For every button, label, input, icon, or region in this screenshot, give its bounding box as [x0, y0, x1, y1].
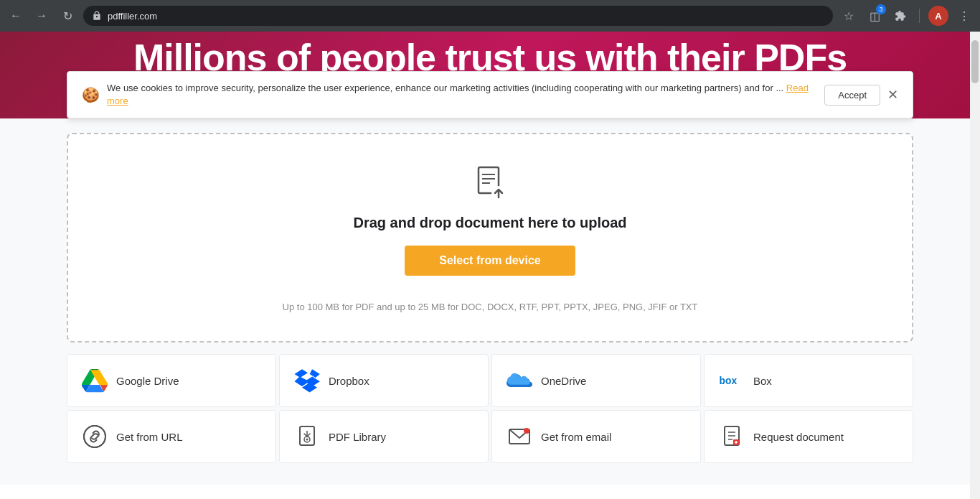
integration-request-document[interactable]: Request document — [704, 410, 913, 463]
badge-count: 3 — [876, 4, 886, 14]
google-drive-icon — [82, 368, 108, 393]
menu-button[interactable]: ⋮ — [954, 6, 974, 26]
url-icon — [82, 424, 108, 449]
request-document-label: Request document — [753, 431, 844, 443]
back-button[interactable]: ← — [6, 6, 26, 26]
pdf-library-icon — [294, 424, 320, 449]
page-wrapper: Millions of people trust us with their P… — [0, 32, 980, 499]
close-cookie-button[interactable]: ✕ — [887, 87, 898, 103]
cookie-banner: 🍪 We use cookies to improve security, pe… — [67, 71, 913, 118]
svg-text:box: box — [720, 376, 738, 386]
svg-point-8 — [84, 426, 105, 447]
get-from-url-label: Get from URL — [116, 431, 183, 443]
url-text: pdffiller.com — [108, 11, 157, 22]
lock-icon — [92, 11, 102, 21]
svg-point-11 — [306, 439, 308, 441]
scrollbar[interactable] — [970, 32, 980, 499]
cookie-text: We use cookies to improve security, pers… — [107, 82, 817, 108]
separator — [919, 9, 920, 23]
get-from-email-label: Get from email — [541, 431, 611, 443]
dropbox-icon — [294, 368, 320, 393]
email-icon — [507, 424, 532, 449]
puzzle-button[interactable] — [890, 6, 910, 26]
browser-actions: ☆ ◫ 3 A ⋮ — [839, 6, 974, 26]
onedrive-icon — [507, 368, 532, 393]
box-label: Box — [753, 375, 772, 387]
browser-chrome: ← → ↻ pdffiller.com ☆ ◫ 3 A ⋮ — [0, 0, 980, 32]
integration-onedrive[interactable]: OneDrive — [491, 354, 701, 407]
onedrive-label: OneDrive — [541, 375, 586, 387]
accept-button[interactable]: Accept — [824, 85, 880, 106]
integrations-grid: Google Drive Dropbox — [67, 354, 913, 463]
address-bar[interactable]: pdffiller.com — [83, 6, 833, 26]
upload-dropzone[interactable]: Drag and drop document here to upload Se… — [67, 133, 913, 342]
google-drive-label: Google Drive — [116, 375, 179, 387]
upload-title: Drag and drop document here to upload — [83, 215, 897, 231]
scrollbar-thumb[interactable] — [971, 40, 979, 83]
forward-button[interactable]: → — [32, 6, 52, 26]
pdf-library-label: PDF Library — [329, 431, 386, 443]
integration-google-drive[interactable]: Google Drive — [67, 354, 276, 407]
integration-box[interactable]: box Box — [704, 354, 913, 407]
integration-pdf-library[interactable]: PDF Library — [279, 410, 489, 463]
user-avatar[interactable]: A — [928, 6, 948, 26]
cookie-icon: 🍪 — [82, 86, 100, 103]
integration-get-from-url[interactable]: Get from URL — [67, 410, 276, 463]
svg-point-14 — [524, 428, 529, 434]
integration-dropbox[interactable]: Dropbox — [279, 354, 489, 407]
profile-badge: ◫ 3 — [864, 6, 885, 26]
integration-get-from-email[interactable]: Get from email — [491, 410, 701, 463]
dropbox-label: Dropbox — [329, 375, 369, 387]
box-icon: box — [719, 368, 745, 393]
main-content: Drag and drop document here to upload Se… — [0, 118, 980, 485]
upload-icon — [470, 163, 510, 203]
star-button[interactable]: ☆ — [839, 6, 859, 26]
upload-limits: Up to 100 MB for PDF and up to 25 MB for… — [83, 302, 897, 312]
select-from-device-button[interactable]: Select from device — [405, 246, 575, 276]
reload-button[interactable]: ↻ — [57, 6, 77, 26]
request-doc-icon — [719, 424, 745, 449]
